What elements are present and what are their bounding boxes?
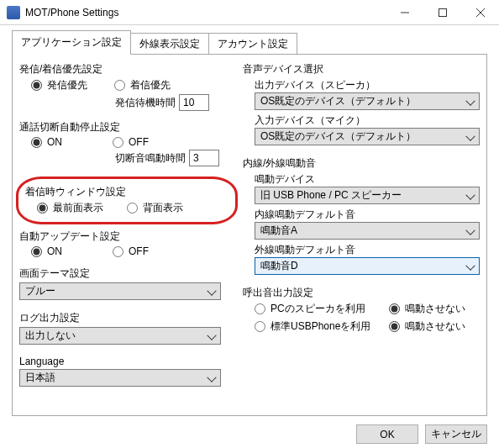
radio-window-back[interactable]: 背面表示 xyxy=(127,201,183,215)
group-log: ログ出力設定 xyxy=(19,311,238,325)
radio-label: 着信優先 xyxy=(130,78,171,92)
app-icon xyxy=(7,6,20,19)
cancel-button[interactable]: キャンセル xyxy=(425,424,487,444)
tab-bar: アプリケーション設定 外線表示設定 アカウント設定 xyxy=(0,25,499,54)
tab-label: アカウント設定 xyxy=(218,38,288,50)
radio-input[interactable] xyxy=(255,303,265,314)
radio-usb-phone[interactable]: 標準USBPhoneを利用 xyxy=(255,319,381,334)
log-select[interactable]: 出力しない xyxy=(19,327,221,345)
group-auto-update: 自動アップデート設定 xyxy=(19,229,238,244)
group-language: Language xyxy=(19,356,238,367)
internal-ring-label: 内線鳴動デフォルト音 xyxy=(255,208,480,222)
language-select[interactable]: 日本語 xyxy=(19,369,221,387)
chevron-down-icon xyxy=(465,131,475,140)
minimize-icon xyxy=(401,8,409,17)
radio-label: 最前面表示 xyxy=(53,201,103,215)
chevron-down-icon xyxy=(207,330,216,340)
radio-label: ON xyxy=(47,245,62,257)
maximize-button[interactable] xyxy=(423,0,461,25)
radio-input[interactable] xyxy=(127,203,138,213)
button-bar: OK キャンセル xyxy=(0,421,499,448)
radio-input[interactable] xyxy=(255,321,265,332)
cut-duration-input[interactable] xyxy=(189,150,219,166)
radio-priority-outgoing[interactable]: 発信優先 xyxy=(31,78,87,92)
theme-select[interactable]: ブルー xyxy=(19,282,221,300)
input-device-select[interactable]: OS既定のデバイス（デフォルト） xyxy=(255,128,480,145)
group-ring-output: 呼出音出力設定 xyxy=(243,286,480,300)
group-incoming-window: 着信時ウィンドウ設定 xyxy=(25,185,228,199)
radio-label: OFF xyxy=(129,136,149,148)
group-audio-device: 音声デバイス選択 xyxy=(243,62,480,76)
group-ring-tone: 内線/外線鳴動音 xyxy=(243,156,480,171)
close-icon xyxy=(476,8,485,17)
radio-label: 鳴動させない xyxy=(405,302,465,316)
tab-external-display[interactable]: 外線表示設定 xyxy=(130,33,209,55)
ring-device-select[interactable]: 旧 USB Phone / PC スピーカー xyxy=(255,187,480,204)
input-device-label: 入力デバイス（マイク） xyxy=(255,113,480,128)
select-value: 鳴動音A xyxy=(260,224,297,238)
radio-input[interactable] xyxy=(113,246,123,257)
wait-time-label: 発信待機時間 xyxy=(115,96,176,110)
group-theme: 画面テーマ設定 xyxy=(19,266,238,281)
group-auto-stop: 通話切断自動停止設定 xyxy=(19,120,238,134)
maximize-icon xyxy=(439,8,447,17)
chevron-down-icon xyxy=(465,190,475,199)
tab-application-settings[interactable]: アプリケーション設定 xyxy=(12,30,131,54)
group-call-priority: 発信/着信優先設定 xyxy=(19,62,238,76)
radio-input[interactable] xyxy=(113,137,123,148)
tab-account-settings[interactable]: アカウント設定 xyxy=(208,33,297,55)
radio-no-ring-1[interactable]: 鳴動させない xyxy=(389,302,480,316)
radio-autoupdate-off[interactable]: OFF xyxy=(113,245,149,257)
external-ring-select[interactable]: 鳴動音D xyxy=(255,257,480,275)
select-value: OS既定のデバイス（デフォルト） xyxy=(260,129,416,144)
tab-label: アプリケーション設定 xyxy=(21,36,122,48)
internal-ring-select[interactable]: 鳴動音A xyxy=(255,222,480,240)
chevron-down-icon xyxy=(465,225,475,235)
radio-priority-incoming[interactable]: 着信優先 xyxy=(114,78,171,92)
radio-label: 背面表示 xyxy=(143,201,183,215)
radio-autostop-on[interactable]: ON xyxy=(31,136,62,148)
button-label: キャンセル xyxy=(431,428,481,440)
ok-button[interactable]: OK xyxy=(356,424,418,444)
radio-no-ring-2[interactable]: 鳴動させない xyxy=(389,319,480,334)
external-ring-label: 外線鳴動デフォルト音 xyxy=(255,243,480,257)
chevron-down-icon xyxy=(465,96,475,105)
radio-input[interactable] xyxy=(31,80,42,91)
output-device-label: 出力デバイス（スピーカ） xyxy=(255,78,480,92)
minimize-button[interactable] xyxy=(386,0,423,25)
ring-device-label: 鳴動デバイス xyxy=(255,172,480,187)
chevron-down-icon xyxy=(465,261,475,270)
radio-label: 鳴動させない xyxy=(405,319,465,334)
right-column: 音声デバイス選択 出力デバイス（スピーカ） OS既定のデバイス（デフォルト） 入… xyxy=(243,60,480,407)
radio-input[interactable] xyxy=(37,203,48,213)
radio-window-front[interactable]: 最前面表示 xyxy=(37,201,103,215)
titlebar: MOT/Phone Settings xyxy=(0,0,499,25)
select-value: 旧 USB Phone / PC スピーカー xyxy=(260,188,402,203)
chevron-down-icon xyxy=(207,286,216,295)
select-value: 出力しない xyxy=(25,329,76,343)
svg-rect-0 xyxy=(439,8,446,16)
radio-autostop-off[interactable]: OFF xyxy=(113,136,149,148)
radio-label: 発信優先 xyxy=(47,78,87,92)
select-value: 日本語 xyxy=(25,371,55,385)
wait-time-input[interactable] xyxy=(179,94,209,111)
radio-input[interactable] xyxy=(114,80,125,91)
output-device-select[interactable]: OS既定のデバイス（デフォルト） xyxy=(255,92,480,110)
radio-label: PCのスピーカを利用 xyxy=(271,302,365,316)
radio-pc-speaker[interactable]: PCのスピーカを利用 xyxy=(255,302,381,316)
radio-input[interactable] xyxy=(31,246,42,257)
close-button[interactable] xyxy=(461,0,499,25)
radio-input[interactable] xyxy=(31,137,42,148)
radio-input[interactable] xyxy=(389,321,400,332)
chevron-down-icon xyxy=(207,372,216,382)
tab-label: 外線表示設定 xyxy=(139,38,200,50)
button-label: OK xyxy=(380,429,394,440)
select-value: 鳴動音D xyxy=(260,259,298,273)
radio-autoupdate-on[interactable]: ON xyxy=(31,245,62,257)
radio-input[interactable] xyxy=(389,303,400,314)
left-column: 発信/着信優先設定 発信優先 着信優先 発信待機時間 通話切断自動停止設定 xyxy=(19,60,238,407)
radio-label: 標準USBPhoneを利用 xyxy=(271,319,370,334)
highlight-annotation: 着信時ウィンドウ設定 最前面表示 背面表示 xyxy=(16,177,238,224)
window-title: MOT/Phone Settings xyxy=(25,7,125,18)
settings-panel: 発信/着信優先設定 発信優先 着信優先 発信待機時間 通話切断自動停止設定 xyxy=(12,55,487,416)
